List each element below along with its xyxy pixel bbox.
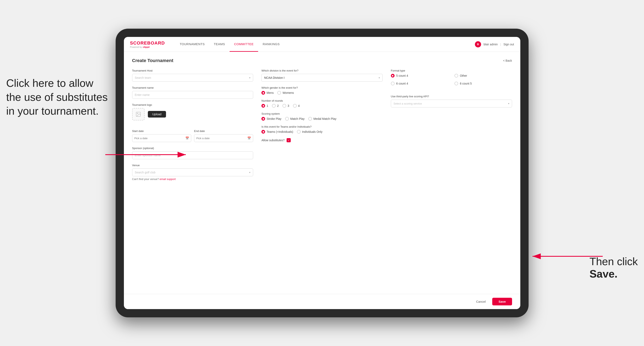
end-date-input[interactable]: 📅 (194, 134, 253, 142)
venue-input[interactable]: Search golf club ▾ (132, 169, 253, 176)
format-5count4-label: 5 count 4 (396, 74, 408, 77)
annotation-right: Then click Save. (590, 255, 638, 280)
scoring-radio-group: Stroke Play Match Play Medal Match Play (262, 117, 382, 121)
venue-hint: Can't find your venue? email support (132, 177, 253, 181)
form-col-1: Tournament Host Search team ▾ Tournament… (132, 69, 253, 185)
individuals-only-radio[interactable] (297, 130, 301, 134)
division-value: NCAA Division I (264, 76, 284, 79)
rounds-4-label: 4 (298, 104, 300, 107)
tournament-host-input[interactable]: Search team ▾ (132, 74, 253, 82)
calendar-icon: 📅 (186, 137, 189, 140)
teams-individuals-label: Is this event for Teams and/or Individua… (262, 125, 382, 128)
rounds-4[interactable]: 4 (293, 104, 300, 108)
format-6count5-label: 6 count 5 (460, 82, 472, 85)
back-link[interactable]: < Back (503, 59, 512, 62)
rounds-2-label: 2 (277, 104, 279, 107)
cancel-button[interactable]: Cancel (473, 298, 489, 305)
format-6count5-radio[interactable] (454, 82, 458, 85)
nav-right: B blair admin | Sign out (475, 41, 514, 47)
scoring-medal-radio[interactable] (308, 117, 312, 121)
sponsor-input[interactable] (132, 151, 253, 159)
teams-plus[interactable]: Teams (+Individuals) (262, 130, 293, 134)
allow-substitutes-checkbox[interactable]: ✓ (286, 138, 291, 142)
tournament-name-label: Tournament name (132, 86, 253, 89)
teams-plus-radio[interactable] (262, 130, 265, 134)
gender-womens-radio[interactable] (277, 91, 281, 95)
save-button[interactable]: Save (492, 298, 512, 305)
svg-point-1 (137, 113, 138, 114)
rounds-4-radio[interactable] (293, 104, 297, 108)
gender-womens[interactable]: Womens (277, 91, 294, 95)
scoring-match-label: Match Play (290, 117, 304, 120)
scoring-label: Scoring system (262, 112, 382, 115)
format-6count4-radio[interactable] (391, 82, 394, 85)
user-name: blair admin (484, 43, 498, 46)
nav-tournaments[interactable]: TOURNAMENTS (175, 37, 209, 52)
format-other-label: Other (460, 74, 467, 77)
logo-upload-area: Upload (132, 108, 253, 120)
individuals-only[interactable]: Individuals Only (297, 130, 322, 134)
app-logo: SCOREBOARD (130, 40, 165, 46)
page-header: Create Tournament < Back (132, 58, 512, 63)
navbar: SCOREBOARD Powered by clippd TOURNAMENTS… (124, 37, 520, 52)
chevron-down-icon-scoring: ▾ (508, 102, 510, 105)
scoring-stroke[interactable]: Stroke Play (262, 117, 282, 121)
division-select[interactable]: NCAA Division I ▾ (262, 74, 382, 82)
rounds-1[interactable]: 1 (262, 104, 268, 108)
scoring-stroke-label: Stroke Play (266, 117, 282, 120)
rounds-3-label: 3 (288, 104, 289, 107)
chevron-down-icon-division: ▾ (379, 76, 380, 79)
rounds-2-radio[interactable] (272, 104, 276, 108)
scoring-medal[interactable]: Medal Match Play (308, 117, 336, 121)
upload-button[interactable]: Upload (148, 111, 166, 118)
rounds-3-radio[interactable] (282, 104, 286, 108)
scoring-stroke-radio[interactable] (262, 117, 265, 121)
nav-committee[interactable]: COMMITTEE (230, 37, 258, 52)
format-6count5[interactable]: 6 count 5 (454, 82, 512, 85)
tournament-name-group: Tournament name (132, 86, 253, 99)
venue-group: Venue Search golf club ▾ Can't find your… (132, 164, 253, 181)
rounds-2[interactable]: 2 (272, 104, 279, 108)
tournament-host-group: Tournament Host Search team ▾ (132, 69, 253, 82)
tournament-logo-group: Tournament logo Upload (132, 103, 253, 125)
sign-out-link[interactable]: Sign out (504, 43, 514, 46)
tournament-name-input[interactable] (132, 91, 253, 99)
chevron-down-icon: ▾ (249, 76, 250, 79)
calendar-icon-end: 📅 (247, 137, 251, 140)
bottom-bar: Cancel Save (124, 294, 520, 309)
teams-plus-label: Teams (+Individuals) (266, 130, 293, 133)
scoring-match-radio[interactable] (285, 117, 289, 121)
format-5count4[interactable]: 5 count 4 (391, 74, 448, 78)
format-other[interactable]: Other (454, 74, 512, 78)
gender-mens-radio[interactable] (262, 91, 265, 95)
allow-substitutes-group: Allow substitutes? ✓ (262, 138, 382, 142)
rounds-3[interactable]: 3 (282, 104, 289, 108)
form-col-2: Which division is the event for? NCAA Di… (262, 69, 382, 185)
format-6count4[interactable]: 6 count 4 (391, 82, 448, 85)
allow-substitutes-item[interactable]: Allow substitutes? ✓ (262, 138, 382, 142)
email-support-link[interactable]: email support (160, 177, 176, 181)
rounds-1-label: 1 (266, 104, 268, 107)
rounds-1-radio[interactable] (262, 104, 265, 108)
teams-individuals-group: Is this event for Teams and/or Individua… (262, 125, 382, 134)
format-5count4-radio[interactable] (391, 74, 394, 78)
end-date-text[interactable] (196, 137, 246, 140)
format-other-radio[interactable] (454, 74, 458, 78)
tournament-logo-label: Tournament logo (132, 103, 253, 106)
gender-mens[interactable]: Mens (262, 91, 274, 95)
scoring-api-select[interactable]: Select a scoring service ▾ (391, 100, 512, 107)
form-col-3: Format type 5 count 4 Other (391, 69, 512, 185)
date-row: Start date 📅 End date 📅 (132, 130, 253, 142)
end-date-field: End date 📅 (194, 130, 253, 142)
nav-rankings[interactable]: RANKINGS (258, 37, 284, 52)
start-date-text[interactable] (134, 137, 184, 140)
end-date-label: End date (194, 130, 253, 133)
logo-area: SCOREBOARD Powered by clippd (130, 40, 165, 48)
nav-teams[interactable]: TEAMS (209, 37, 230, 52)
tablet-screen: SCOREBOARD Powered by clippd TOURNAMENTS… (124, 37, 520, 309)
scoring-match[interactable]: Match Play (285, 117, 304, 121)
page-title: Create Tournament (132, 58, 174, 63)
start-date-input[interactable]: 📅 (132, 134, 191, 142)
format-options-grid: 5 count 4 Other 6 count 4 (391, 74, 512, 88)
allow-substitutes-label: Allow substitutes? (262, 139, 284, 142)
